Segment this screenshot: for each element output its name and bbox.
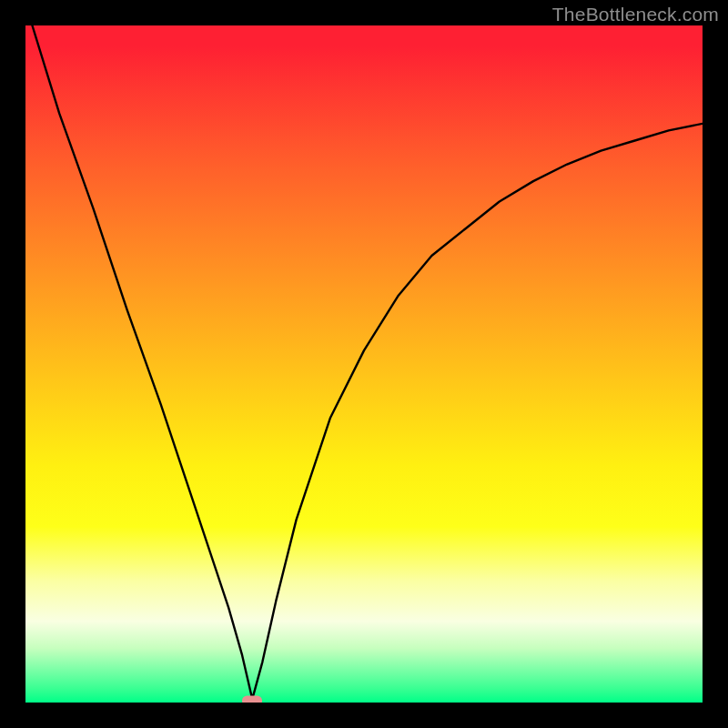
plot-area [25,25,703,703]
minimum-marker [242,695,262,703]
chart-frame: TheBottleneck.com [0,0,728,728]
bottleneck-curve [25,25,703,703]
watermark-text: TheBottleneck.com [552,4,719,25]
